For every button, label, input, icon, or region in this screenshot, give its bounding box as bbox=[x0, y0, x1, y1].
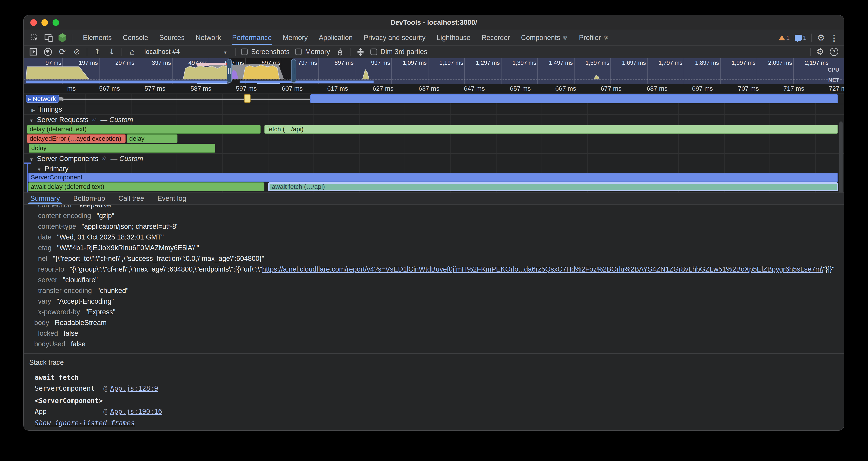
device-toolbar-icon[interactable] bbox=[44, 33, 53, 42]
flame-bar[interactable]: delay (deferred text) bbox=[27, 125, 260, 134]
network-track-resizer[interactable] bbox=[59, 97, 63, 100]
details-tab[interactable]: Call tree bbox=[112, 193, 151, 204]
clear-button[interactable] bbox=[72, 48, 81, 56]
ruler-time-label: 647 ms bbox=[448, 85, 485, 92]
panel-tab[interactable]: Elements bbox=[77, 30, 117, 45]
divider bbox=[72, 34, 72, 42]
toggle-sidebar-icon[interactable] bbox=[29, 48, 38, 56]
flame-bar[interactable] bbox=[244, 94, 251, 103]
flame-bar-label: delayedError (…ayed exception) bbox=[30, 135, 121, 142]
network-track-header[interactable]: Network bbox=[26, 95, 59, 103]
property-key: body bbox=[34, 319, 49, 326]
panel-tab[interactable]: Profiler bbox=[574, 30, 614, 45]
vertical-scrollbar[interactable] bbox=[839, 121, 843, 193]
timeline-overview[interactable]: 97 ms197 ms297 ms397 ms497 ms597 ms697 m… bbox=[24, 58, 844, 84]
stack-frame: await fetch bbox=[35, 372, 844, 383]
save-profile-icon[interactable] bbox=[107, 48, 116, 56]
flame-bar[interactable]: ServerComponent bbox=[28, 173, 838, 182]
show-ignore-listed-frames-link[interactable]: Show ignore-listed frames bbox=[29, 419, 135, 427]
details-tab[interactable]: Event log bbox=[151, 193, 193, 204]
more-options-icon[interactable] bbox=[830, 33, 838, 43]
panel-tab-label: Elements bbox=[83, 34, 112, 42]
panel-tab[interactable]: Performance bbox=[227, 30, 277, 45]
memory-checkbox[interactable]: Memory bbox=[295, 48, 330, 56]
collect-garbage-icon[interactable] bbox=[336, 48, 344, 56]
details-tab[interactable]: Summary bbox=[24, 193, 67, 204]
help-icon[interactable]: ? bbox=[830, 48, 838, 56]
report-url-link[interactable]: https://a.nel.cloudflare.com/report/v4?s… bbox=[262, 265, 823, 273]
custom-suffix: — Custom bbox=[101, 116, 133, 124]
shortcuts-dialog-icon[interactable] bbox=[356, 48, 365, 56]
flame-bar[interactable]: delayedError (…ayed exception) bbox=[27, 134, 125, 143]
record-button[interactable] bbox=[43, 48, 52, 56]
record-and-reload-button[interactable] bbox=[58, 48, 67, 56]
selection-handle-left[interactable] bbox=[227, 59, 232, 83]
settings-gear-icon[interactable] bbox=[817, 33, 825, 43]
source-location-link[interactable]: App.js:190:16 bbox=[110, 406, 162, 417]
selection-handle-right[interactable] bbox=[291, 59, 296, 83]
flame-bar[interactable]: await fetch (…/api) bbox=[268, 182, 838, 191]
ruler-time-label: 697 ms bbox=[676, 85, 713, 92]
track-edge-line bbox=[27, 164, 28, 193]
property-row: content-type"application/json; charset=u… bbox=[24, 221, 844, 232]
property-value: "cloudflare" bbox=[63, 276, 98, 284]
primary-group-header[interactable]: Primary bbox=[37, 165, 68, 173]
cpu-activity-chart bbox=[24, 58, 844, 84]
source-location-link[interactable]: App.js:128:9 bbox=[110, 383, 158, 394]
react-atom-icon bbox=[562, 34, 568, 42]
profile-select[interactable]: localhost #4 bbox=[142, 47, 229, 56]
flame-bar-label: await delay (deferred text) bbox=[31, 183, 104, 190]
live-metrics-home-icon[interactable] bbox=[128, 48, 136, 56]
flame-bar[interactable]: delay bbox=[127, 134, 178, 143]
flame-bar[interactable]: await delay (deferred text) bbox=[28, 182, 265, 191]
property-row: content-encoding"gzip" bbox=[24, 210, 844, 221]
flame-chart[interactable]: Network Timings Server Requests — Custom… bbox=[24, 94, 844, 193]
inspect-element-icon[interactable] bbox=[30, 33, 39, 42]
server-components-track-header[interactable]: Server Components — Custom bbox=[29, 155, 143, 163]
property-row: connection"keep-alive" bbox=[24, 205, 844, 210]
ruler-time-label: 657 ms bbox=[494, 85, 531, 92]
panel-tab[interactable]: Privacy and security bbox=[358, 30, 431, 45]
ruler-time-label: 597 ms bbox=[220, 85, 257, 92]
panel-tab-label: Network bbox=[196, 34, 221, 42]
warning-icon bbox=[779, 35, 785, 40]
timings-track-label: Timings bbox=[38, 106, 62, 113]
at-symbol: @ bbox=[103, 406, 107, 417]
capture-settings-gear-icon[interactable] bbox=[816, 47, 824, 57]
warnings-badge[interactable]: 1 bbox=[779, 34, 790, 41]
panel-tab[interactable]: Memory bbox=[277, 30, 313, 45]
divider bbox=[811, 34, 812, 42]
flame-bar[interactable]: delay bbox=[29, 144, 215, 152]
panel-tab[interactable]: Recorder bbox=[476, 30, 516, 45]
property-value: "Accept-Encoding" bbox=[57, 297, 114, 305]
checkbox-box bbox=[295, 49, 302, 55]
panel-tab[interactable]: Sources bbox=[154, 30, 190, 45]
panel-tab[interactable]: Lighthouse bbox=[431, 30, 476, 45]
property-value: "gzip" bbox=[97, 212, 114, 220]
details-tab[interactable]: Bottom-up bbox=[67, 193, 112, 204]
flame-bar[interactable] bbox=[310, 94, 838, 103]
panel-tab[interactable]: Console bbox=[117, 30, 154, 45]
timings-track-header[interactable]: Timings bbox=[31, 106, 62, 113]
checkbox-box bbox=[241, 49, 248, 55]
panel-tab-label: Profiler bbox=[579, 34, 601, 42]
ruler-time-label: 617 ms bbox=[312, 85, 348, 92]
panel-tab[interactable]: Application bbox=[313, 30, 358, 45]
load-profile-icon[interactable] bbox=[93, 48, 102, 56]
server-requests-track-header[interactable]: Server Requests — Custom bbox=[29, 116, 133, 124]
frame-function: App bbox=[35, 406, 99, 417]
flame-bar-label: fetch (…/api) bbox=[267, 125, 304, 133]
ruler-time-label: 687 ms bbox=[631, 85, 668, 92]
panel-tab-label: Application bbox=[319, 34, 352, 42]
messages-badge[interactable]: 1 bbox=[795, 34, 806, 41]
flame-bar[interactable]: fetch (…/api) bbox=[265, 125, 838, 134]
screenshots-checkbox[interactable]: Screenshots bbox=[241, 48, 290, 56]
property-key: bodyUsed bbox=[34, 340, 65, 348]
dim-3rd-parties-checkbox[interactable]: Dim 3rd parties bbox=[370, 48, 427, 56]
panel-tab[interactable]: Network bbox=[190, 30, 227, 45]
property-value: "chunked" bbox=[97, 287, 128, 294]
panel-tab[interactable]: Components bbox=[516, 30, 574, 45]
property-key: x-powered-by bbox=[38, 308, 80, 316]
expander-icon bbox=[37, 165, 41, 173]
property-value: "W/\"4b1-RjEJloX9kRinu6F0MAZMmy6E5iA\"" bbox=[57, 244, 199, 252]
